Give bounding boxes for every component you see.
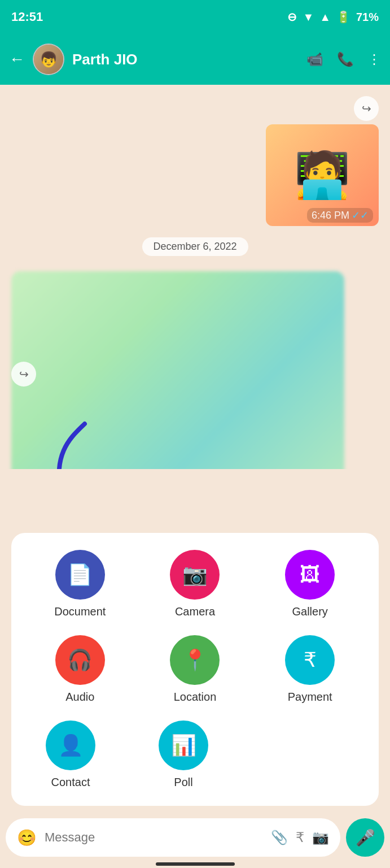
attach-gallery[interactable]: 🖼 Gallery bbox=[279, 550, 341, 618]
contact-label: Contact bbox=[51, 776, 90, 789]
date-separator: December 6, 2022 bbox=[142, 237, 248, 256]
avatar[interactable]: 👦 bbox=[33, 44, 64, 75]
attach-button[interactable]: 📎 bbox=[271, 830, 288, 845]
status-time: 12:51 bbox=[11, 10, 43, 24]
attach-row-3: 👤 Contact 📊 Poll bbox=[23, 721, 367, 789]
attach-document[interactable]: 📄 Document bbox=[49, 550, 111, 618]
attach-audio[interactable]: 🎧 Audio bbox=[49, 635, 111, 704]
back-button[interactable]: ← bbox=[9, 50, 25, 68]
input-bar: 😊 📎 ₹ 📷 🎤 bbox=[6, 818, 384, 857]
message-input[interactable] bbox=[45, 830, 263, 845]
poll-icon: 📊 bbox=[171, 734, 196, 757]
chat-header: ← 👦 Parth JIO 📹 📞 ⋮ bbox=[0, 34, 390, 85]
do-not-disturb-icon: ⊖ bbox=[287, 10, 297, 24]
home-indicator bbox=[156, 862, 235, 866]
attach-row-1: 📄 Document 📷 Camera 🖼 Gallery bbox=[23, 550, 367, 618]
attach-poll[interactable]: 📊 Poll bbox=[152, 721, 214, 789]
document-icon: 📄 bbox=[67, 563, 93, 587]
document-circle: 📄 bbox=[55, 550, 105, 600]
camera-icon: 📷 bbox=[182, 563, 208, 587]
gallery-circle: 🖼 bbox=[285, 550, 335, 600]
gallery-icon: 🖼 bbox=[300, 563, 320, 587]
video-call-icon[interactable]: 📹 bbox=[306, 51, 323, 67]
gallery-label: Gallery bbox=[292, 605, 327, 618]
audio-circle: 🎧 bbox=[55, 635, 105, 685]
sticker-image: 🧑‍💻 6:46 PM ✓✓ bbox=[266, 124, 379, 226]
message-input-wrap: 😊 📎 ₹ 📷 bbox=[6, 818, 340, 857]
more-options-icon[interactable]: ⋮ bbox=[367, 51, 381, 67]
header-actions: 📹 📞 ⋮ bbox=[306, 51, 381, 67]
chat-area: ↪ 🧑‍💻 6:46 PM ✓✓ December 6, 2022 ↪ bbox=[0, 85, 390, 469]
payment-circle: ₹ bbox=[285, 635, 335, 685]
attach-location[interactable]: 📍 Location bbox=[164, 635, 226, 704]
camera-label: Camera bbox=[175, 605, 215, 618]
attach-menu: 📄 Document 📷 Camera 🖼 Gallery 🎧 Audio bbox=[11, 533, 379, 806]
double-tick-icon: ✓✓ bbox=[352, 209, 369, 222]
attach-row-2: 🎧 Audio 📍 Location ₹ Payment bbox=[23, 635, 367, 704]
camera-input-button[interactable]: 📷 bbox=[312, 830, 329, 845]
message-time: 6:46 PM ✓✓ bbox=[307, 208, 373, 223]
attach-camera[interactable]: 📷 Camera bbox=[164, 550, 226, 618]
contact-circle: 👤 bbox=[46, 721, 95, 770]
audio-icon: 🎧 bbox=[67, 648, 93, 672]
document-label: Document bbox=[54, 605, 106, 618]
payment-icon: ₹ bbox=[304, 648, 317, 672]
sticker-message: ↪ 🧑‍💻 6:46 PM ✓✓ bbox=[266, 102, 379, 226]
location-circle: 📍 bbox=[170, 635, 220, 685]
audio-label: Audio bbox=[65, 691, 94, 704]
microphone-icon: 🎤 bbox=[356, 828, 375, 847]
sticker-forward-button[interactable]: ↪ bbox=[354, 96, 379, 121]
location-icon: 📍 bbox=[182, 648, 208, 672]
battery-percent: 71% bbox=[356, 11, 379, 24]
contact-name[interactable]: Parth JIO bbox=[72, 51, 299, 68]
location-label: Location bbox=[174, 691, 217, 704]
forward-button-2[interactable]: ↪ bbox=[11, 362, 36, 387]
status-bar: 12:51 ⊖ ▼ ▲ 🔋 71% bbox=[0, 0, 390, 34]
poll-label: Poll bbox=[174, 776, 192, 789]
attach-payment[interactable]: ₹ Payment bbox=[279, 635, 341, 704]
rupee-button[interactable]: ₹ bbox=[296, 830, 304, 845]
sticker-emoji: 🧑‍💻 bbox=[294, 149, 350, 202]
status-icons: ⊖ ▼ ▲ 🔋 71% bbox=[287, 10, 379, 24]
battery-icon: 🔋 bbox=[336, 10, 350, 24]
signal-icon: ▲ bbox=[319, 11, 331, 24]
voice-button[interactable]: 🎤 bbox=[346, 818, 384, 857]
attach-contact[interactable]: 👤 Contact bbox=[40, 721, 102, 789]
wifi-icon: ▼ bbox=[303, 11, 314, 24]
arrow-annotation bbox=[17, 418, 107, 469]
avatar-image: 👦 bbox=[34, 45, 63, 74]
contact-icon: 👤 bbox=[58, 734, 84, 757]
voice-call-icon[interactable]: 📞 bbox=[337, 51, 354, 67]
emoji-button[interactable]: 😊 bbox=[17, 828, 37, 847]
poll-circle: 📊 bbox=[159, 721, 208, 770]
payment-label: Payment bbox=[288, 691, 332, 704]
camera-circle: 📷 bbox=[170, 550, 220, 600]
